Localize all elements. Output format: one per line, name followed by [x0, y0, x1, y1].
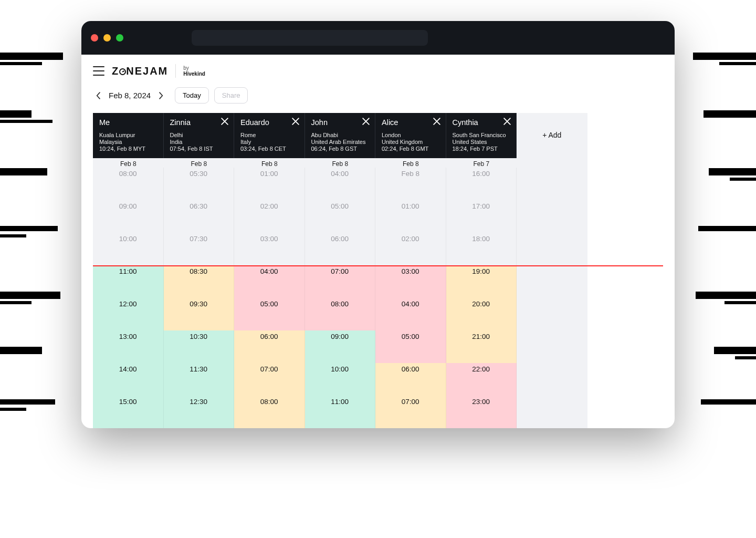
time-slot[interactable]: 09:00 — [305, 330, 376, 363]
time-slot[interactable]: 12:30 — [164, 396, 235, 428]
time-slot[interactable]: 08:00 — [93, 168, 164, 200]
add-column: + Add — [517, 113, 587, 428]
time-slot[interactable]: 07:00 — [375, 396, 446, 428]
time-slot[interactable]: 15:00 — [93, 396, 164, 428]
close-icon[interactable] — [221, 118, 228, 125]
column-city: South San Francisco — [453, 132, 510, 138]
column-name: Cynthia — [453, 118, 510, 127]
time-slot[interactable]: 07:30 — [164, 233, 235, 265]
time-slot[interactable]: 11:00 — [305, 396, 376, 428]
time-slot[interactable]: 09:30 — [164, 298, 235, 330]
column-date-label: Feb 8 — [305, 158, 376, 168]
column-timestamp: 10:24, Feb 8 MYT — [99, 146, 157, 152]
close-icon[interactable] — [292, 118, 299, 125]
time-slot[interactable]: 05:30 — [164, 168, 235, 200]
time-slot[interactable]: 04:00 — [305, 168, 376, 200]
time-slot[interactable]: 05:00 — [234, 298, 305, 330]
time-slot[interactable]: 11:30 — [164, 363, 235, 396]
window-close-dot[interactable] — [91, 34, 98, 42]
time-slot[interactable]: 03:00 — [234, 233, 305, 265]
time-slot[interactable]: 05:00 — [305, 200, 376, 233]
column-timestamp: 18:24, Feb 7 PST — [453, 146, 510, 152]
time-slot[interactable]: 17:00 — [446, 200, 517, 233]
column-city: Kuala Lumpur — [99, 132, 157, 138]
column-country: United States — [453, 139, 510, 145]
window-maximize-dot[interactable] — [116, 34, 123, 42]
time-slot[interactable]: 10:30 — [164, 330, 235, 363]
time-slot[interactable]: 04:00 — [375, 298, 446, 330]
chevron-right-icon — [159, 92, 164, 99]
app-window: ZNEJAM by Hivekind Feb 8, 2024 Today Sha… — [81, 21, 675, 428]
column-date-label: Feb 8 — [164, 158, 235, 168]
time-slot[interactable]: 18:00 — [446, 233, 517, 265]
timezone-column: JohnAbu DhabiUnited Arab Emirates06:24, … — [305, 113, 376, 428]
time-slot[interactable]: 02:00 — [234, 200, 305, 233]
column-name: Alice — [382, 118, 439, 127]
time-slot[interactable]: 20:00 — [446, 298, 517, 330]
column-name: John — [311, 118, 369, 127]
time-slot[interactable]: 21:00 — [446, 330, 517, 363]
column-city: Delhi — [170, 132, 228, 138]
column-slots: 01:0002:0003:0004:0005:0006:0007:0008:00 — [234, 168, 305, 428]
time-slot[interactable]: 06:00 — [234, 330, 305, 363]
column-country: United Kingdom — [382, 139, 439, 145]
time-slot[interactable]: 12:00 — [93, 298, 164, 330]
column-city: Rome — [240, 132, 298, 138]
window-minimize-dot[interactable] — [103, 34, 111, 42]
prev-day-button[interactable] — [93, 90, 103, 101]
schedule: MeKuala LumpurMalaysia10:24, Feb 8 MYTFe… — [81, 113, 675, 428]
window-titlebar — [81, 21, 675, 55]
time-slot[interactable]: 04:00 — [234, 265, 305, 298]
time-slot[interactable]: Feb 8 — [375, 168, 446, 200]
time-slot[interactable]: 13:00 — [93, 330, 164, 363]
share-button[interactable]: Share — [214, 87, 248, 104]
time-slot[interactable]: 23:00 — [446, 396, 517, 428]
column-timestamp: 07:54, Feb 8 IST — [170, 146, 228, 152]
time-slot[interactable]: 01:00 — [375, 200, 446, 233]
time-slot[interactable]: 09:00 — [93, 200, 164, 233]
time-slot[interactable]: 11:00 — [93, 265, 164, 298]
time-slot[interactable]: 03:00 — [375, 265, 446, 298]
brand-text-a: Z — [112, 65, 119, 77]
close-icon[interactable] — [433, 118, 440, 125]
time-slot[interactable]: 06:00 — [305, 233, 376, 265]
next-day-button[interactable] — [156, 90, 166, 101]
brand-byline: by Hivekind — [183, 65, 205, 77]
time-slot[interactable]: 05:00 — [375, 330, 446, 363]
time-slot[interactable]: 01:00 — [234, 168, 305, 200]
column-country: India — [170, 139, 228, 145]
time-slot[interactable]: 19:00 — [446, 265, 517, 298]
column-header: ZinniaDelhiIndia07:54, Feb 8 IST — [164, 113, 235, 158]
time-slot[interactable]: 07:00 — [305, 265, 376, 298]
column-date-label: Feb 8 — [234, 158, 305, 168]
today-button[interactable]: Today — [175, 87, 209, 104]
column-header: CynthiaSouth San FranciscoUnited States1… — [446, 113, 517, 158]
time-slot[interactable]: 08:00 — [305, 298, 376, 330]
brand-logo: ZNEJAM — [112, 65, 168, 77]
time-slot[interactable]: 22:00 — [446, 363, 517, 396]
time-slot[interactable]: 10:00 — [93, 233, 164, 265]
time-slot[interactable]: 14:00 — [93, 363, 164, 396]
column-date-label: Feb 8 — [375, 158, 446, 168]
brand-text-b: NEJAM — [126, 65, 168, 77]
url-bar[interactable] — [192, 30, 428, 46]
close-icon[interactable] — [362, 118, 370, 125]
time-slot[interactable]: 08:30 — [164, 265, 235, 298]
column-country: United Arab Emirates — [311, 139, 369, 145]
time-slot[interactable]: 07:00 — [234, 363, 305, 396]
timezone-column: AliceLondonUnited Kingdom02:24, Feb 8 GM… — [375, 113, 446, 428]
column-slots: 16:0017:0018:0019:0020:0021:0022:0023:00 — [446, 168, 517, 428]
column-date-label: Feb 7 — [446, 158, 517, 168]
add-timezone-button[interactable]: + Add — [542, 131, 561, 139]
time-slot[interactable]: 16:00 — [446, 168, 517, 200]
hamburger-icon[interactable] — [93, 66, 104, 76]
time-slot[interactable]: 06:00 — [375, 363, 446, 396]
time-slot[interactable]: 06:30 — [164, 200, 235, 233]
time-slot[interactable]: 08:00 — [234, 396, 305, 428]
close-icon[interactable] — [503, 118, 511, 125]
timezone-column: MeKuala LumpurMalaysia10:24, Feb 8 MYTFe… — [93, 113, 164, 428]
timezone-column: ZinniaDelhiIndia07:54, Feb 8 ISTFeb 805:… — [164, 113, 235, 428]
column-slots: 04:0005:0006:0007:0008:0009:0010:0011:00 — [305, 168, 376, 428]
time-slot[interactable]: 10:00 — [305, 363, 376, 396]
time-slot[interactable]: 02:00 — [375, 233, 446, 265]
